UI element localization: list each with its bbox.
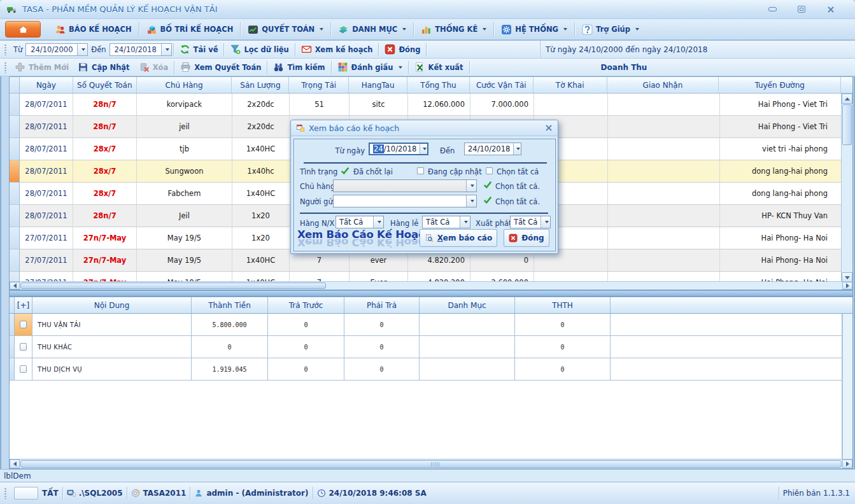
table-cell[interactable] — [608, 205, 720, 227]
summary-row[interactable]: THU DỊCH VỤ1.919.045000 — [10, 358, 852, 381]
column-header-9[interactable]: Giao Nhận — [607, 77, 719, 93]
check-all-box[interactable] — [486, 167, 493, 174]
summary-cell[interactable]: 5.800.000 — [192, 314, 268, 336]
summary-row[interactable]: THU KHÁC0000 — [10, 336, 852, 358]
table-cell[interactable] — [608, 138, 720, 160]
dialog-title-bar[interactable]: Xem báo cáo kế hoạch — [291, 120, 558, 136]
vertical-scrollbar[interactable] — [842, 314, 852, 459]
table-cell[interactable]: korvipack — [137, 94, 232, 116]
xoa-button[interactable]: Xóa — [134, 60, 173, 75]
table-cell[interactable]: 28/07/2011 — [20, 116, 73, 138]
column-header-2[interactable]: Chủ Hàng — [137, 77, 232, 93]
summary-cell[interactable]: 0 — [268, 336, 344, 358]
summary-cell[interactable] — [420, 314, 515, 336]
summary-cell[interactable]: 0 — [344, 314, 420, 336]
expand-header[interactable]: [+] — [15, 297, 32, 313]
hang-le-combo[interactable]: Tất Cả — [422, 216, 470, 228]
table-cell[interactable]: 1x40hc — [232, 160, 290, 183]
table-cell[interactable]: 27n/7-May — [73, 227, 137, 249]
row-checkbox[interactable] — [20, 343, 27, 351]
table-cell[interactable]: 28n/7 — [73, 94, 137, 116]
tai-ve-button[interactable]: Tải về — [175, 42, 223, 57]
checked-icon[interactable] — [483, 195, 493, 204]
column-header-3[interactable]: Phải Trả — [344, 297, 420, 313]
summary-cell[interactable]: 1.919.045 — [192, 358, 268, 381]
summary-cell[interactable]: 0 — [268, 358, 344, 381]
tim-kiem-button[interactable]: Tìm kiếm — [269, 60, 329, 75]
xem-ke-hoach-button[interactable]: Xem kế hoạch — [297, 42, 378, 57]
ket-xuat-button[interactable]: Kết xuất — [410, 60, 468, 75]
table-cell[interactable]: 27/07/2011 — [20, 249, 73, 272]
column-header-1[interactable]: Số Quyết Toán — [73, 77, 137, 93]
summary-label-cell[interactable]: THU DỊCH VỤ — [32, 358, 192, 381]
column-header-1[interactable]: Thành Tiền — [192, 297, 268, 313]
dialog-sender-combo[interactable] — [333, 195, 477, 207]
table-cell[interactable] — [608, 227, 720, 249]
table-cell[interactable]: 1x20 — [232, 205, 290, 227]
scroll-right-button[interactable] — [842, 282, 852, 290]
summary-cell[interactable]: 0 — [515, 358, 611, 381]
table-cell[interactable]: dong lang-hai phong — [720, 183, 842, 205]
table-cell[interactable] — [608, 94, 720, 116]
table-cell[interactable]: Hai Phong - Viet Tri — [720, 116, 842, 138]
column-header-4[interactable]: Trọng Tải — [289, 77, 349, 93]
scroll-up-button[interactable] — [842, 94, 852, 104]
owner-check-label[interactable]: Chọn tất cả. — [495, 181, 540, 192]
table-cell[interactable]: 1x20 — [232, 227, 290, 249]
table-cell[interactable]: 28/07/2011 — [20, 205, 73, 227]
table-cell[interactable] — [608, 160, 720, 183]
table-cell[interactable]: 28x/7 — [73, 138, 137, 160]
table-cell[interactable]: 27/07/2011 — [20, 227, 73, 249]
menu-item-tro-giup[interactable]: Trợ Giúp — [576, 21, 646, 38]
summary-cell[interactable]: 0 — [515, 314, 611, 336]
table-cell[interactable]: HP- KCN Thuy Van — [720, 205, 842, 227]
status-page-box[interactable] — [14, 487, 38, 500]
horizontal-scrollbar[interactable] — [10, 459, 852, 468]
scroll-thumb[interactable] — [20, 283, 326, 289]
dropdown-button[interactable] — [420, 144, 427, 154]
column-header-0[interactable]: Nội Dung — [32, 297, 192, 313]
table-cell[interactable]: Jeil — [137, 205, 232, 227]
table-cell[interactable]: 1x40HC — [232, 249, 290, 272]
row-indicator[interactable] — [10, 205, 20, 227]
table-cell[interactable]: 12.060.000 — [408, 94, 470, 116]
table-cell[interactable]: tjb — [137, 138, 232, 160]
table-cell[interactable]: 27n/7-May — [73, 249, 137, 272]
close-button[interactable] — [824, 4, 837, 15]
table-row[interactable]: 28/07/201128n/7korvipack2x20dc51sitc12.0… — [10, 94, 852, 116]
dialog-close-icon[interactable] — [545, 124, 553, 132]
check-closed-label[interactable]: Đã chốt lại — [353, 167, 393, 177]
toolbar-grip[interactable] — [4, 44, 7, 55]
summary-cell[interactable]: 0 — [344, 336, 420, 358]
menu-item-bo-tri-ke-hoach[interactable]: BỐ TRÍ KẾ HOẠCH — [140, 21, 240, 38]
summary-cell[interactable]: 0 — [268, 314, 344, 336]
checked-icon[interactable] — [341, 166, 350, 175]
summary-label-cell[interactable]: THU VẬN TẢI — [32, 314, 192, 336]
table-cell[interactable]: dong lang-hai phong — [720, 160, 842, 183]
menu-item-thong-ke[interactable]: THỐNG KÊ — [414, 21, 493, 38]
check-updating-box[interactable] — [417, 167, 424, 174]
column-header-3[interactable]: Sản Lượng — [232, 77, 289, 93]
cap-nhat-button[interactable]: Cập Nhật — [73, 60, 134, 75]
row-checkbox[interactable] — [20, 365, 27, 373]
table-cell[interactable]: 2x20dc — [232, 94, 290, 116]
minimize-button[interactable] — [766, 4, 779, 15]
dialog-owner-combo[interactable] — [333, 179, 477, 192]
table-cell[interactable]: jeil — [137, 116, 232, 138]
table-cell[interactable]: 28x/7 — [73, 183, 137, 205]
column-header-0[interactable]: Ngày — [20, 77, 73, 93]
dropdown-button[interactable] — [373, 216, 383, 228]
row-indicator[interactable] — [10, 336, 15, 358]
table-cell[interactable]: viet tri -hai phong — [720, 138, 842, 160]
column-header-10[interactable]: Tuyến Đường — [719, 77, 841, 93]
table-cell[interactable]: 28n/7 — [73, 205, 137, 227]
scroll-left-button[interactable] — [10, 459, 20, 468]
table-cell[interactable]: 2x20dc — [232, 116, 290, 138]
row-indicator[interactable] — [10, 249, 20, 272]
expand-cell[interactable] — [15, 358, 32, 381]
table-cell[interactable]: Fabchem — [137, 183, 232, 205]
summary-cell[interactable]: 0 — [192, 336, 268, 358]
column-header-6[interactable]: Tổng Thu — [407, 77, 470, 93]
them-moi-button[interactable]: Thêm Mới — [10, 60, 73, 75]
row-indicator[interactable] — [10, 116, 20, 138]
